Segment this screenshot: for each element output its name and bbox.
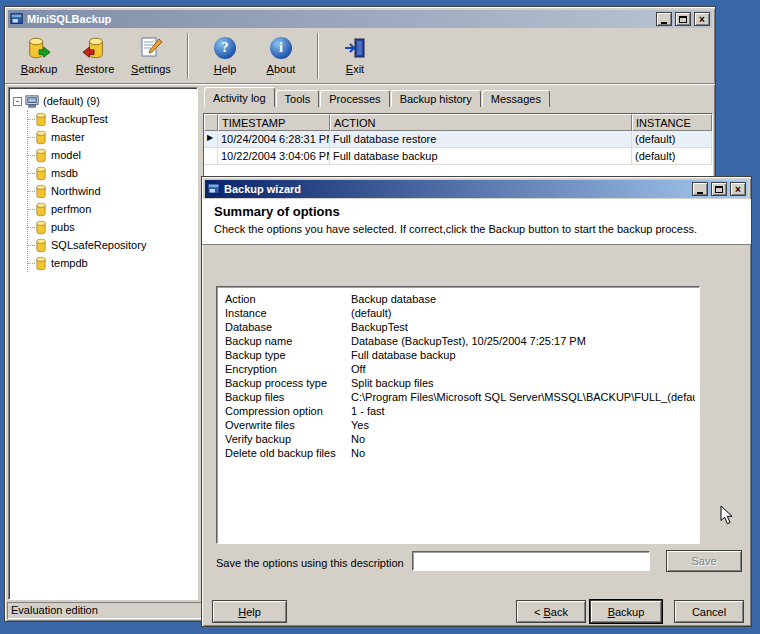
tree-item-label: msdb xyxy=(51,167,78,179)
option-value: Off xyxy=(351,363,695,377)
tree-item-pubs[interactable]: pubs xyxy=(28,218,195,236)
dialog-title: Backup wizard xyxy=(224,183,689,195)
mouse-cursor xyxy=(720,505,734,526)
access-key: B xyxy=(21,63,28,75)
save-description-input[interactable] xyxy=(412,551,650,571)
option-name: Verify backup xyxy=(225,433,351,447)
tab-messages[interactable]: Messages xyxy=(482,90,550,107)
tree-item-backuptest[interactable]: BackupTest xyxy=(28,110,195,128)
label-rest: elp xyxy=(246,606,261,618)
header-action[interactable]: ACTION xyxy=(330,114,632,131)
help-icon: ? xyxy=(212,35,238,61)
access-key: B xyxy=(608,606,615,618)
toolbar: Backup Restore Settings ? Help i xyxy=(5,28,715,84)
maximize-icon[interactable] xyxy=(675,12,691,26)
option-value: Yes xyxy=(351,419,695,433)
option-row: Verify backupNo xyxy=(225,433,695,447)
tree-item-perfmon[interactable]: perfmon xyxy=(28,200,195,218)
tab-backup-history[interactable]: Backup history xyxy=(391,90,481,107)
cell-instance: (default) xyxy=(632,148,712,165)
cell-instance: (default) xyxy=(632,131,712,148)
header-instance[interactable]: INSTANCE xyxy=(632,114,712,131)
label-rest: elp xyxy=(222,63,237,75)
dialog-titlebar[interactable]: Backup wizard × xyxy=(205,180,748,198)
option-row: ActionBackup database xyxy=(225,293,695,307)
back-button[interactable]: < Back xyxy=(516,600,586,623)
main-titlebar[interactable]: MiniSQLBackup × xyxy=(8,10,712,28)
about-button[interactable]: i About xyxy=(253,32,309,80)
settings-document-pencil-icon xyxy=(138,35,164,61)
database-icon xyxy=(35,184,47,199)
collapse-icon[interactable]: - xyxy=(13,97,22,106)
tab-bar: Activity log Tools Processes Backup hist… xyxy=(203,87,713,107)
tree-item-master[interactable]: master xyxy=(28,128,195,146)
help-button[interactable]: ? Help xyxy=(197,32,253,80)
restore-database-icon xyxy=(82,35,108,61)
tree-item-northwind[interactable]: Northwind xyxy=(28,182,195,200)
backup-button[interactable]: Backup xyxy=(11,32,67,80)
cancel-button[interactable]: Cancel xyxy=(674,600,744,623)
options-summary-list[interactable]: ActionBackup database Instance(default) … xyxy=(216,286,700,544)
help-button[interactable]: Help xyxy=(212,600,287,623)
database-icon xyxy=(35,256,47,271)
tab-processes[interactable]: Processes xyxy=(320,90,389,107)
option-name: Database xyxy=(225,321,351,335)
tree-item-sqlsaferepository[interactable]: SQLsafeRepository xyxy=(28,236,195,254)
option-value: 1 - fast xyxy=(351,405,695,419)
wizard-body: ActionBackup database Instance(default) … xyxy=(202,245,751,626)
grid-header: TIMESTAMP ACTION INSTANCE xyxy=(204,114,712,131)
tab-tools[interactable]: Tools xyxy=(276,90,320,107)
tree-item-msdb[interactable]: msdb xyxy=(28,164,195,182)
help-label: Help xyxy=(214,63,237,75)
label-rest: ackup xyxy=(615,606,644,618)
exit-door-icon xyxy=(342,35,368,61)
option-name: Compression option xyxy=(225,405,351,419)
database-icon xyxy=(35,130,47,145)
tab-activity-log[interactable]: Activity log xyxy=(204,87,275,107)
header-row-selector[interactable] xyxy=(204,114,218,131)
option-value: No xyxy=(351,433,695,447)
minimize-icon[interactable] xyxy=(656,12,672,26)
label-rest: xit xyxy=(353,63,364,75)
database-icon xyxy=(35,238,47,253)
tree-item-label: model xyxy=(51,149,81,161)
server-icon xyxy=(25,94,40,109)
info-glyph: i xyxy=(270,37,292,59)
tree-root-default[interactable]: - (default) (9) xyxy=(13,92,195,110)
tree-item-model[interactable]: model xyxy=(28,146,195,164)
option-value: C:\Program Files\Microsoft SQL Server\MS… xyxy=(351,391,695,405)
database-icon xyxy=(35,166,47,181)
tree-item-label: master xyxy=(51,131,85,143)
exit-button[interactable]: Exit xyxy=(327,32,383,80)
minimize-icon[interactable] xyxy=(692,182,708,196)
backup-button[interactable]: Backup xyxy=(590,600,662,623)
cell-action: Full database backup xyxy=(330,148,632,165)
grid-row[interactable]: ▶ 10/24/2004 6:28:31 PM Full database re… xyxy=(204,131,712,148)
tree-item-tempdb[interactable]: tempdb xyxy=(28,254,195,272)
tree-root-label: (default) (9) xyxy=(43,95,100,107)
maximize-glyph xyxy=(715,186,723,193)
database-icon xyxy=(35,220,47,235)
tree-item-label: perfmon xyxy=(51,203,91,215)
option-row: Backup typeFull database backup xyxy=(225,349,695,363)
close-icon[interactable]: × xyxy=(730,182,746,196)
save-button[interactable]: Save xyxy=(666,550,742,572)
settings-label: Settings xyxy=(131,63,171,75)
close-icon[interactable]: × xyxy=(694,12,710,26)
option-name: Backup type xyxy=(225,349,351,363)
settings-button[interactable]: Settings xyxy=(123,32,179,80)
label-rest: ackup xyxy=(28,63,57,75)
cell-timestamp: 10/24/2004 6:28:31 PM xyxy=(218,131,330,148)
label-rest: bout xyxy=(274,63,295,75)
wizard-heading: Summary of options xyxy=(214,204,737,219)
header-timestamp[interactable]: TIMESTAMP xyxy=(218,114,330,131)
maximize-icon[interactable] xyxy=(711,182,727,196)
tree-item-label: pubs xyxy=(51,221,75,233)
grid-row[interactable]: 10/22/2004 3:04:06 PM Full database back… xyxy=(204,148,712,165)
option-name: Delete old backup files xyxy=(225,447,351,461)
restore-button[interactable]: Restore xyxy=(67,32,123,80)
backup-database-icon xyxy=(26,35,52,61)
cell-action: Full database restore xyxy=(330,131,632,148)
desktop: MiniSQLBackup × Backup Restore xyxy=(0,0,760,634)
minimize-glyph xyxy=(697,192,703,194)
